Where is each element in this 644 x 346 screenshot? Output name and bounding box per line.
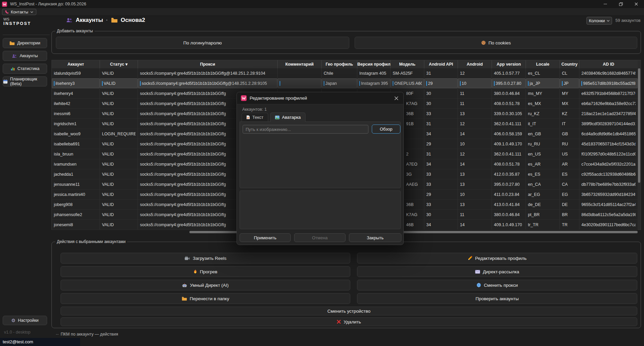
- contacts-button[interactable]: Контакты: [2, 9, 36, 15]
- cell-account[interactable]: johansensofie2: [52, 210, 100, 219]
- delete-button[interactable]: Удалить: [61, 317, 637, 326]
- cell-account[interactable]: idalundqvist59: [52, 68, 100, 78]
- cell-status[interactable]: LOGIN_REQUIRED: [100, 129, 138, 139]
- cell-status[interactable]: VALID: [100, 169, 138, 179]
- column-header-profile-version[interactable]: Версия профиля: [357, 60, 391, 68]
- cell-android-api[interactable]: 31: [424, 149, 458, 159]
- cell-android[interactable]: 12: [458, 68, 492, 78]
- cell-locale[interactable]: ar_EG: [526, 189, 560, 199]
- dialog-close-button[interactable]: [393, 95, 400, 102]
- cell-ad-id[interactable]: 6cd4a9cdfd9d6e1db44518654cc7: [579, 129, 638, 139]
- cell-country[interactable]: MX: [560, 99, 579, 108]
- cell-model[interactable]: SM-A525F: [391, 68, 424, 78]
- cell-country[interactable]: AR: [560, 159, 579, 169]
- cell-country[interactable]: US: [560, 149, 579, 159]
- cell-ad-id[interactable]: 45d1837065071b4cf1543d3d4e98: [579, 139, 638, 149]
- cell-country[interactable]: RU: [560, 139, 579, 149]
- tab-avatar[interactable]: Аватарка: [270, 112, 306, 122]
- cell-app-version[interactable]: 411.0.0.23.84: [492, 189, 526, 199]
- cell-android[interactable]: 12: [458, 149, 492, 159]
- cell-android-api[interactable]: 33: [424, 200, 458, 209]
- cell-app-version[interactable]: 413.0.0.41.84: [492, 200, 526, 209]
- column-header-country[interactable]: Country: [560, 60, 579, 68]
- cell-status[interactable]: VALID: [100, 78, 138, 88]
- column-header-ad-id[interactable]: AD ID: [579, 60, 638, 68]
- smart-direct-ai-button[interactable]: Умный Директ (AI): [61, 280, 350, 290]
- cell-android[interactable]: 13: [458, 179, 492, 189]
- cell-ad-id[interactable]: 3b6573265932dd90d1842349fd8e: [579, 189, 638, 199]
- cell-geo[interactable]: Chile: [322, 68, 357, 78]
- cell-status[interactable]: VALID: [100, 139, 138, 149]
- cell-ad-id[interactable]: db778b7be689e7bb32f933a65e01: [579, 179, 638, 189]
- cell-ad-id[interactable]: 218ac21ec1e1ad23472785f4c612: [579, 109, 638, 118]
- cell-android[interactable]: 13: [458, 109, 492, 118]
- cell-android[interactable]: 14: [458, 129, 492, 139]
- apply-button[interactable]: Применить: [240, 233, 291, 242]
- cell-locale[interactable]: ru_KZ: [526, 109, 560, 118]
- cell-ad-id[interactable]: 86d3dba6112c5e5a2a5da198bad1: [579, 210, 638, 219]
- cell-status[interactable]: VALID: [100, 68, 138, 78]
- cell-account[interactable]: ingridschm1: [52, 119, 100, 129]
- cell-status[interactable]: VALID: [100, 99, 138, 108]
- settings-button[interactable]: ⚙ Настройки: [3, 316, 47, 325]
- sidebar-item-directories[interactable]: Директории: [3, 38, 47, 48]
- cell-geo[interactable]: Japan: [322, 78, 357, 88]
- cell-app-version[interactable]: 412.0.0.35.87: [492, 169, 526, 179]
- edit-profile-button[interactable]: Редактировать профиль: [357, 253, 637, 264]
- cell-country[interactable]: BR: [560, 210, 579, 219]
- cell-android-api[interactable]: 33: [424, 179, 458, 189]
- cell-locale[interactable]: en_CA: [526, 179, 560, 189]
- minimize-button[interactable]: [598, 0, 613, 8]
- cell-android-api[interactable]: 34: [424, 129, 458, 139]
- column-header-proxy[interactable]: Прокси: [138, 60, 278, 68]
- cell-account[interactable]: ivamundsen: [52, 159, 100, 169]
- add-by-cookies-button[interactable]: По cookies: [355, 37, 637, 49]
- cell-status[interactable]: VALID: [100, 109, 138, 118]
- cell-status[interactable]: VALID: [100, 189, 138, 199]
- image-path-input[interactable]: [243, 125, 368, 134]
- cell-android[interactable]: 11: [458, 210, 492, 219]
- cell-country[interactable]: EG: [560, 189, 579, 199]
- cell-ad-id[interactable]: c92f55acdc132938d60486b69a0d: [579, 169, 638, 179]
- cell-locale[interactable]: tr_TR: [526, 220, 560, 230]
- cell-android-api[interactable]: 34: [424, 159, 458, 169]
- cell-country[interactable]: CA: [560, 179, 579, 189]
- cell-account[interactable]: joberg908: [52, 200, 100, 209]
- cell-app-version[interactable]: 408.0.0.51.78: [492, 159, 526, 169]
- cell-proxy[interactable]: socks5://company4:gre4d5f1b1b1b1b1bGGffg…: [138, 68, 278, 78]
- cell-locale[interactable]: de_DE: [526, 200, 560, 209]
- cell-app-version[interactable]: 395.0.0.27.80: [492, 78, 526, 88]
- cell-account[interactable]: ilwhite42: [52, 99, 100, 108]
- tab-text[interactable]: Текст: [242, 113, 268, 122]
- cell-status[interactable]: VALID: [100, 210, 138, 219]
- cell-app-version[interactable]: 339.0.0.30.105: [492, 109, 526, 118]
- cell-ad-id[interactable]: 389f9cdf3028397104144ed3151e: [579, 119, 638, 129]
- maximize-button[interactable]: [613, 0, 629, 8]
- column-header-locale[interactable]: Locale: [526, 60, 560, 68]
- cell-status[interactable]: VALID: [100, 200, 138, 209]
- cell-ad-id[interactable]: c7cce434a9d2e5f032c2201ab04d: [579, 159, 638, 169]
- cell-proxy[interactable]: socks5://company4:gre4d5f1b1b1b1b1bGGffg…: [138, 78, 278, 88]
- cell-android-api[interactable]: 30: [424, 210, 458, 219]
- cell-app-version[interactable]: 362.0.0.41.111: [492, 119, 526, 129]
- cell-app-version[interactable]: 362.0.0.41.111: [492, 149, 526, 159]
- cell-ad-id[interactable]: f010f2957d0c48b5122e11cd03f5: [579, 149, 638, 159]
- cell-account[interactable]: jonesemi8: [52, 220, 100, 230]
- cell-ad-id[interactable]: 24038406c9b1682d84657745f1bc: [579, 68, 638, 78]
- cell-locale[interactable]: ja_JP: [526, 78, 560, 88]
- move-to-folder-button[interactable]: Перенести в папку: [61, 293, 350, 304]
- cell-android[interactable]: 11: [458, 99, 492, 108]
- column-header-account[interactable]: Аккаунт: [52, 60, 100, 68]
- cell-country[interactable]: DE: [560, 200, 579, 209]
- cell-app-version[interactable]: 405.1.0.57.77: [492, 68, 526, 78]
- cell-android[interactable]: 13: [458, 200, 492, 209]
- cell-app-version[interactable]: 409.1.0.49.170: [492, 139, 526, 149]
- cell-ad-id[interactable]: 985e517d8b3918bc55ad2f8a4938: [579, 78, 638, 88]
- sidebar-item-statistics[interactable]: Статистика: [3, 64, 47, 74]
- column-header-android[interactable]: Android: [458, 60, 492, 68]
- cell-country[interactable]: TR: [560, 220, 579, 230]
- cell-ad-id[interactable]: 4e3020bd3901117bed6bc7ca31ff: [579, 220, 638, 230]
- close-button[interactable]: [629, 0, 644, 8]
- cell-profile-version[interactable]: Instagram 405: [357, 68, 391, 78]
- cell-app-version[interactable]: 406.0.0.58.159: [492, 129, 526, 139]
